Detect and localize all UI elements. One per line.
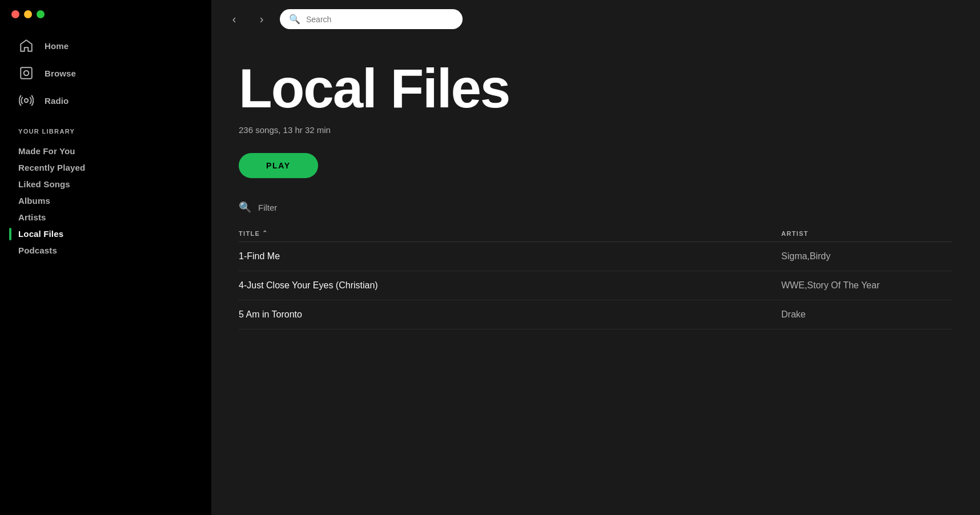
track-artist: Sigma,Birdy: [781, 251, 953, 261]
svg-rect-0: [21, 67, 32, 79]
filter-row: 🔍: [239, 201, 953, 214]
table-row[interactable]: 5 Am in Toronto Drake: [239, 300, 953, 329]
sidebar-item-recently-played[interactable]: Recently Played: [18, 159, 193, 176]
search-input[interactable]: [306, 15, 453, 24]
track-artist: WWE,Story Of The Year: [781, 280, 953, 291]
sidebar-item-podcasts[interactable]: Podcasts: [18, 242, 193, 259]
traffic-lights: [0, 0, 211, 32]
sidebar-item-radio[interactable]: Radio: [9, 87, 202, 114]
content-area: Local Files 236 songs, 13 hr 32 min PLAY…: [211, 38, 980, 515]
sort-arrow-icon: ⌃: [262, 230, 268, 237]
main-content: ‹ › 🔍 Local Files 236 songs, 13 hr 32 mi…: [211, 0, 980, 515]
sidebar-item-home[interactable]: Home: [9, 32, 202, 59]
filter-search-icon: 🔍: [239, 201, 251, 214]
sidebar-item-home-label: Home: [45, 41, 69, 51]
svg-point-2: [25, 99, 29, 103]
forward-button[interactable]: ›: [252, 10, 271, 29]
title-column-header[interactable]: TITLE ⌃: [239, 230, 781, 237]
library-label: YOUR LIBRARY: [18, 128, 193, 135]
sidebar-item-made-for-you[interactable]: Made For You: [18, 143, 193, 159]
track-title: 5 Am in Toronto: [239, 309, 781, 320]
page-meta: 236 songs, 13 hr 32 min: [239, 125, 953, 135]
track-title: 4-Just Close Your Eyes (Christian): [239, 280, 781, 291]
sidebar-item-albums[interactable]: Albums: [18, 192, 193, 209]
artist-column-header[interactable]: ARTIST: [781, 230, 953, 237]
browse-icon: [18, 65, 34, 81]
search-icon: 🔍: [289, 14, 300, 25]
home-icon: [18, 38, 34, 54]
sidebar-item-radio-label: Radio: [45, 96, 69, 106]
sidebar-item-artists[interactable]: Artists: [18, 209, 193, 226]
table-header: TITLE ⌃ ARTIST: [239, 225, 953, 242]
track-artist: Drake: [781, 309, 953, 320]
back-button[interactable]: ‹: [225, 10, 243, 29]
main-nav: Home Browse Radio: [0, 32, 211, 114]
sidebar-item-browse-label: Browse: [45, 69, 76, 78]
track-title: 1-Find Me: [239, 251, 781, 261]
page-title: Local Files: [239, 61, 953, 116]
maximize-button[interactable]: [37, 10, 45, 18]
table-row[interactable]: 4-Just Close Your Eyes (Christian) WWE,S…: [239, 271, 953, 300]
svg-point-1: [24, 71, 29, 76]
sidebar: Home Browse Radio: [0, 0, 211, 515]
radio-icon: [18, 92, 34, 108]
minimize-button[interactable]: [24, 10, 32, 18]
sidebar-item-browse[interactable]: Browse: [9, 59, 202, 87]
close-button[interactable]: [11, 10, 19, 18]
search-bar[interactable]: 🔍: [280, 9, 463, 29]
topbar: ‹ › 🔍: [211, 0, 980, 38]
table-row[interactable]: 1-Find Me Sigma,Birdy: [239, 242, 953, 271]
filter-input[interactable]: [258, 203, 372, 212]
sidebar-item-liked-songs[interactable]: Liked Songs: [18, 176, 193, 192]
sidebar-item-local-files[interactable]: Local Files: [18, 226, 193, 242]
library-section: YOUR LIBRARY Made For You Recently Playe…: [0, 128, 211, 259]
play-button[interactable]: PLAY: [239, 153, 318, 178]
